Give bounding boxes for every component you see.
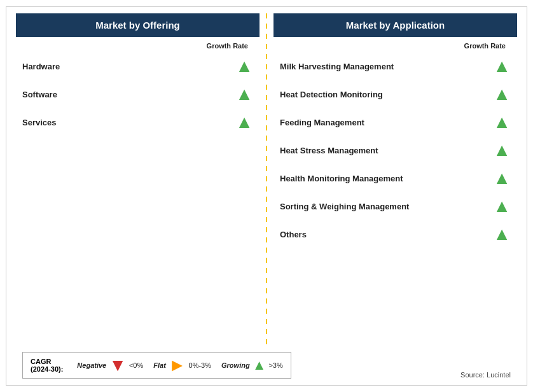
source-text: Source: Lucintel xyxy=(460,371,517,379)
negative-label: Negative xyxy=(77,361,106,369)
list-item: Hardware ▲ xyxy=(16,52,260,80)
health-monitoring-label: Health Monitoring Management xyxy=(280,174,493,183)
list-item: Feeding Management ▲ xyxy=(273,108,517,136)
services-arrow-icon: ▲ xyxy=(235,113,253,131)
services-label: Services xyxy=(22,118,235,127)
negative-arrow-icon: ▼ xyxy=(109,356,127,374)
chart-container: Market by Offering Growth Rate Hardware … xyxy=(6,6,527,386)
software-arrow-icon: ▲ xyxy=(235,85,253,103)
list-item: Sorting & Weighing Management ▲ xyxy=(273,192,517,220)
flat-label: Flat xyxy=(153,361,166,369)
legend-item-negative: Negative ▼ <0% xyxy=(77,356,143,374)
heat-stress-label: Heat Stress Management xyxy=(280,146,493,155)
milk-harvesting-arrow-icon: ▲ xyxy=(493,57,511,75)
sorting-weighing-label: Sorting & Weighing Management xyxy=(280,202,493,211)
list-item: Others ▲ xyxy=(273,220,517,248)
list-item: Software ▲ xyxy=(16,80,260,108)
list-item: Health Monitoring Management ▲ xyxy=(273,164,517,192)
divider xyxy=(266,13,267,344)
milk-harvesting-label: Milk Harvesting Management xyxy=(280,62,493,71)
hardware-label: Hardware xyxy=(22,62,235,71)
legend-item-flat: Flat ► 0%-3% xyxy=(153,356,211,374)
list-item: Services ▲ xyxy=(16,108,260,136)
legend-box: CAGR(2024-30): Negative ▼ <0% Flat ► 0%-… xyxy=(22,352,291,379)
growing-arrow-icon: ▲ xyxy=(253,358,266,372)
panels: Market by Offering Growth Rate Hardware … xyxy=(16,13,517,344)
right-panel-header: Market by Application xyxy=(273,13,517,37)
health-monitoring-arrow-icon: ▲ xyxy=(493,169,511,187)
feeding-management-label: Feeding Management xyxy=(280,118,493,127)
left-panel: Market by Offering Growth Rate Hardware … xyxy=(16,13,260,344)
footer-row: CAGR(2024-30): Negative ▼ <0% Flat ► 0%-… xyxy=(16,347,517,379)
list-item: Heat Stress Management ▲ xyxy=(273,136,517,164)
negative-value: <0% xyxy=(129,361,143,369)
list-item: Milk Harvesting Management ▲ xyxy=(273,52,517,80)
others-label: Others xyxy=(280,230,493,239)
right-growth-rate-label: Growth Rate xyxy=(273,42,517,50)
left-growth-rate-label: Growth Rate xyxy=(16,42,260,50)
heat-detection-label: Heat Detection Monitoring xyxy=(280,90,493,99)
sorting-weighing-arrow-icon: ▲ xyxy=(493,197,511,215)
feeding-management-arrow-icon: ▲ xyxy=(493,113,511,131)
growing-value: >3% xyxy=(268,361,282,369)
cagr-label: CAGR(2024-30): xyxy=(31,358,63,373)
others-arrow-icon: ▲ xyxy=(493,225,511,243)
software-label: Software xyxy=(22,90,235,99)
flat-arrow-icon: ► xyxy=(169,356,186,374)
hardware-arrow-icon: ▲ xyxy=(235,57,253,75)
growing-label: Growing xyxy=(221,361,250,369)
left-panel-header: Market by Offering xyxy=(16,13,260,37)
list-item: Heat Detection Monitoring ▲ xyxy=(273,80,517,108)
right-panel: Market by Application Growth Rate Milk H… xyxy=(273,13,517,344)
heat-stress-arrow-icon: ▲ xyxy=(493,141,511,159)
flat-value: 0%-3% xyxy=(189,361,211,369)
legend-item-growing: Growing ▲ >3% xyxy=(221,358,283,372)
dashed-line xyxy=(266,13,267,344)
heat-detection-arrow-icon: ▲ xyxy=(493,85,511,103)
